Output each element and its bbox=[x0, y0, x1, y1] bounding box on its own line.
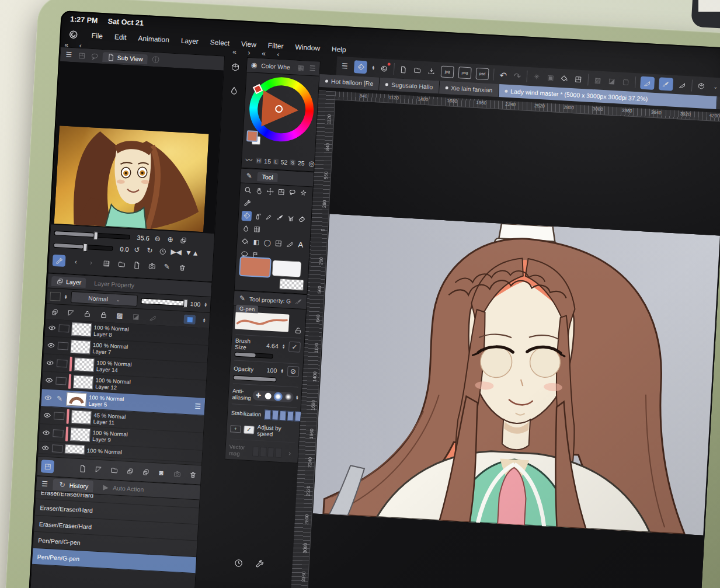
import-image-icon[interactable] bbox=[131, 260, 141, 270]
layer-view-toggle-icon[interactable] bbox=[41, 460, 54, 473]
reference-layer-icon[interactable] bbox=[66, 308, 76, 318]
auto-select-tool-icon[interactable] bbox=[298, 188, 309, 199]
brush-detail-icon[interactable] bbox=[293, 297, 303, 307]
fill-tool-icon[interactable] bbox=[240, 236, 251, 247]
material-icon[interactable] bbox=[228, 61, 242, 74]
aa-strong-icon[interactable] bbox=[283, 392, 293, 402]
vector-magnet-level[interactable] bbox=[252, 446, 282, 458]
hue-marker[interactable] bbox=[253, 84, 263, 94]
canvas-area[interactable]: 1120 840 560 280 0 280 560 840 1120 1400… bbox=[290, 74, 720, 588]
layer-checkbox[interactable] bbox=[58, 325, 69, 333]
lock-layer-icon[interactable] bbox=[82, 309, 92, 319]
new-correction-layer-icon[interactable] bbox=[93, 464, 103, 474]
layer-color-stepper[interactable]: ▲▼ bbox=[64, 294, 67, 299]
deselect-icon[interactable]: ▨ bbox=[593, 75, 603, 85]
layer-color-swatch[interactable] bbox=[50, 291, 61, 301]
menu-select[interactable]: Select bbox=[210, 38, 229, 47]
aa-none-icon[interactable]: ✚ bbox=[254, 391, 263, 400]
brush-size-dynamics-button[interactable]: ✓ bbox=[288, 342, 301, 353]
new-folder-icon[interactable] bbox=[109, 465, 119, 475]
open-file-icon[interactable] bbox=[413, 65, 423, 75]
save-file-icon[interactable] bbox=[427, 66, 437, 76]
brush-size-slider[interactable] bbox=[234, 352, 273, 359]
tab-auto-action[interactable]: ▶ Auto Action bbox=[96, 481, 149, 496]
frame-border-tool-icon[interactable] bbox=[273, 238, 284, 249]
stabilization-level[interactable] bbox=[265, 410, 302, 422]
open-image-folder-icon[interactable] bbox=[116, 259, 126, 269]
add-to-toolbar-icon[interactable]: + bbox=[230, 425, 241, 433]
opacity-slider[interactable] bbox=[233, 375, 276, 382]
toolbar-overflow-icon[interactable]: ⌄ bbox=[711, 82, 720, 92]
clip-to-layer-below-icon[interactable] bbox=[50, 307, 60, 317]
color-set-icon[interactable]: ▦ bbox=[296, 63, 306, 73]
palette-color-icon[interactable] bbox=[183, 315, 196, 325]
clip-studio-open-icon[interactable] bbox=[380, 64, 389, 74]
export-png-icon[interactable]: png bbox=[458, 67, 472, 79]
subview-zoom-slider[interactable] bbox=[54, 231, 130, 239]
export-jpg-icon[interactable]: jpg bbox=[441, 65, 454, 78]
fit-screen-icon[interactable] bbox=[178, 235, 188, 245]
lock-transparent-pixels-icon[interactable] bbox=[99, 309, 109, 319]
hand-tool-icon[interactable] bbox=[254, 186, 265, 196]
rotate-ccw-icon[interactable]: ↺ bbox=[132, 245, 142, 255]
blend-mode-select[interactable]: Normal ⌄ bbox=[71, 291, 138, 307]
blend-tool-icon[interactable] bbox=[241, 224, 251, 234]
menu-animation[interactable]: Animation bbox=[138, 34, 169, 44]
fill-icon[interactable] bbox=[559, 74, 569, 83]
eye-icon[interactable] bbox=[46, 340, 56, 350]
selection-border-icon[interactable]: ▢ bbox=[621, 77, 631, 87]
shape-tool-icon[interactable]: ◯ bbox=[262, 238, 273, 248]
tab-layer-property[interactable]: Layer Property bbox=[89, 278, 140, 290]
merge-down-icon[interactable] bbox=[141, 467, 151, 477]
layer-checkbox[interactable] bbox=[54, 412, 65, 420]
zoom-in-icon[interactable]: ⊕ bbox=[165, 235, 175, 245]
transparent-color-swatch[interactable] bbox=[279, 279, 304, 291]
snap-to-grid-icon[interactable] bbox=[677, 80, 687, 90]
brush-tool-icon[interactable] bbox=[274, 213, 285, 223]
mid-collapse-icon-3[interactable]: « bbox=[259, 48, 269, 58]
palette-color-stepper[interactable]: ▲▼ bbox=[203, 318, 206, 322]
light-bulb-icon[interactable] bbox=[227, 84, 241, 98]
3d-material-icon[interactable] bbox=[697, 81, 707, 91]
snap-to-ruler-icon[interactable] bbox=[640, 76, 655, 90]
previous-image-icon[interactable]: ‹ bbox=[71, 257, 81, 267]
panel-menu-icon[interactable]: ☰ bbox=[40, 479, 50, 489]
opacity-dynamics-button[interactable]: ⊘ bbox=[287, 366, 300, 377]
info-tab-icon[interactable]: ⓘ bbox=[151, 55, 161, 65]
create-mask-icon[interactable]: ◙ bbox=[156, 468, 166, 478]
color-slider-icon[interactable]: ☰ bbox=[308, 64, 318, 74]
transform-icon[interactable] bbox=[573, 74, 583, 84]
clip-studio-logo-icon[interactable] bbox=[67, 29, 80, 41]
rotate-cw-icon[interactable]: ↻ bbox=[145, 246, 155, 256]
command-bar-menu-icon[interactable]: ☰ bbox=[340, 61, 350, 71]
redo-icon[interactable]: ↷ bbox=[512, 71, 522, 81]
radio-icon[interactable]: ◉ bbox=[249, 60, 259, 70]
selection-lasso-tool-icon[interactable] bbox=[287, 187, 298, 198]
layer-opacity-slider[interactable] bbox=[141, 298, 187, 306]
pattern-tool-icon[interactable] bbox=[252, 224, 262, 235]
airbrush-tool-icon[interactable] bbox=[252, 211, 263, 222]
menu-layer[interactable]: Layer bbox=[180, 37, 199, 46]
apply-mask-icon[interactable] bbox=[172, 469, 182, 479]
sub-color-swatch[interactable] bbox=[272, 260, 301, 278]
main-color-mini-swatch[interactable] bbox=[246, 130, 258, 142]
subview-rotate-slider[interactable] bbox=[53, 243, 113, 251]
new-layer-icon[interactable] bbox=[78, 464, 88, 474]
eye-icon[interactable] bbox=[43, 393, 53, 403]
quick-share-tab-icon[interactable] bbox=[89, 51, 99, 61]
layer-checkbox[interactable] bbox=[53, 429, 64, 437]
next-image-icon[interactable]: › bbox=[86, 258, 96, 267]
text-tool-icon[interactable]: A bbox=[295, 239, 306, 250]
tab-sub-view[interactable]: Sub View bbox=[102, 52, 148, 64]
eye-icon[interactable] bbox=[40, 443, 50, 453]
edit-image-icon[interactable]: ✎ bbox=[162, 262, 172, 272]
vector-expand-icon[interactable]: › bbox=[285, 448, 295, 458]
tab-tool[interactable]: Tool bbox=[257, 172, 278, 182]
camera-icon[interactable] bbox=[147, 261, 156, 271]
eye-icon[interactable] bbox=[41, 428, 51, 438]
eye-icon[interactable] bbox=[45, 358, 55, 368]
polyline-tool-icon[interactable] bbox=[284, 239, 295, 249]
menu-window[interactable]: Window bbox=[295, 43, 320, 52]
ruler-disabled-icon[interactable] bbox=[147, 312, 157, 322]
eye-icon[interactable] bbox=[44, 375, 54, 385]
